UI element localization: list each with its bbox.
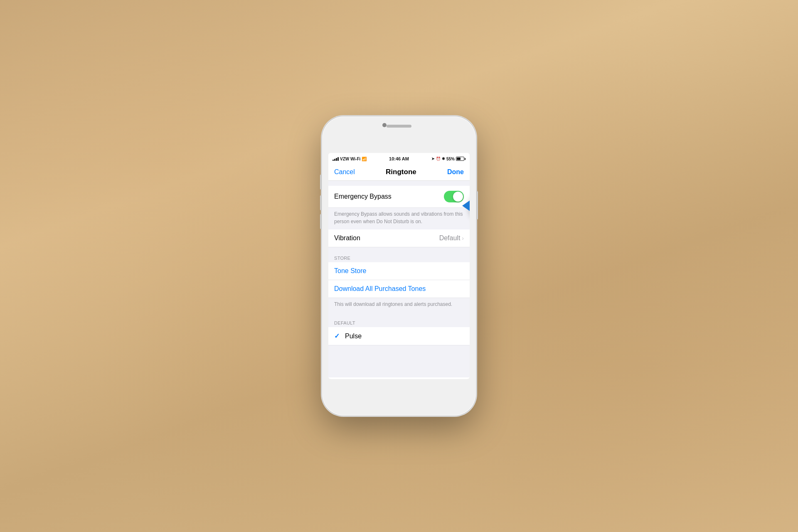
done-button[interactable]: Done bbox=[447, 168, 464, 176]
battery-nub bbox=[465, 158, 466, 160]
signal-bar-2 bbox=[334, 159, 335, 161]
alarm-icon: ⏰ bbox=[436, 157, 441, 161]
phone-top-area bbox=[387, 125, 411, 128]
settings-content: Emergency Bypass 3 Emergency Bypass allo… bbox=[328, 181, 470, 377]
section-spacer-3 bbox=[328, 312, 470, 317]
signal-bars bbox=[332, 157, 339, 161]
location-icon: ➤ bbox=[431, 157, 435, 161]
emergency-bypass-section: Emergency Bypass 3 Emergency Bypass allo… bbox=[328, 186, 470, 229]
emergency-bypass-row: Emergency Bypass 3 bbox=[328, 186, 470, 208]
iphone-device: VZW Wi-Fi 📶 10:46 AM ➤ ⏰ ✱ 55% bbox=[322, 116, 476, 416]
chevron-icon: › bbox=[462, 235, 464, 241]
wifi-icon: 📶 bbox=[362, 157, 367, 161]
tone-store-row[interactable]: Tone Store bbox=[328, 262, 470, 280]
navigation-bar: Cancel Ringtone Done bbox=[328, 164, 470, 181]
checkmark-icon: ✓ bbox=[334, 332, 341, 340]
status-time: 10:46 AM bbox=[389, 156, 409, 161]
status-left: VZW Wi-Fi 📶 bbox=[332, 157, 367, 161]
signal-bar-4 bbox=[337, 157, 339, 161]
phone-screen: VZW Wi-Fi 📶 10:46 AM ➤ ⏰ ✱ 55% bbox=[328, 153, 470, 379]
camera-dot bbox=[382, 123, 387, 127]
toggle-thumb bbox=[453, 192, 463, 202]
emergency-bypass-label: Emergency Bypass bbox=[334, 193, 392, 200]
download-tones-label: Download All Purchased Tones bbox=[334, 285, 426, 292]
download-tones-row[interactable]: Download All Purchased Tones bbox=[328, 280, 470, 298]
vibration-value-text: Default bbox=[439, 234, 461, 242]
status-right: ➤ ⏰ ✱ 55% bbox=[431, 157, 466, 161]
vibration-row[interactable]: Vibration Default › bbox=[328, 229, 470, 247]
vibration-value: Default › bbox=[439, 234, 464, 242]
section-spacer-1 bbox=[328, 181, 470, 186]
scene: VZW Wi-Fi 📶 10:46 AM ➤ ⏰ ✱ 55% bbox=[0, 0, 798, 532]
battery-fill bbox=[457, 158, 461, 160]
pulse-label: Pulse bbox=[345, 332, 362, 340]
signal-bar-1 bbox=[332, 160, 334, 161]
cancel-button[interactable]: Cancel bbox=[334, 168, 355, 176]
signal-bar-3 bbox=[336, 158, 337, 161]
status-bar: VZW Wi-Fi 📶 10:46 AM ➤ ⏰ ✱ 55% bbox=[328, 153, 470, 164]
battery-indicator bbox=[456, 157, 466, 161]
download-description: This will download all ringtones and ale… bbox=[328, 298, 470, 312]
battery-percent: 55% bbox=[446, 157, 455, 161]
emergency-bypass-description: Emergency Bypass allows sounds and vibra… bbox=[328, 208, 470, 229]
emergency-bypass-toggle[interactable] bbox=[444, 191, 464, 202]
store-section-header: STORE bbox=[328, 252, 470, 262]
page-title: Ringtone bbox=[386, 168, 416, 176]
vibration-label: Vibration bbox=[334, 234, 360, 242]
bluetooth-icon: ✱ bbox=[442, 157, 445, 161]
speaker-grille bbox=[387, 125, 411, 128]
default-section-header: DEFAULT bbox=[328, 317, 470, 327]
battery-body bbox=[456, 157, 464, 161]
tone-store-label: Tone Store bbox=[334, 267, 366, 274]
carrier-label: VZW Wi-Fi bbox=[340, 157, 360, 161]
section-spacer-2 bbox=[328, 247, 470, 252]
pulse-row[interactable]: ✓ Pulse bbox=[328, 327, 470, 345]
